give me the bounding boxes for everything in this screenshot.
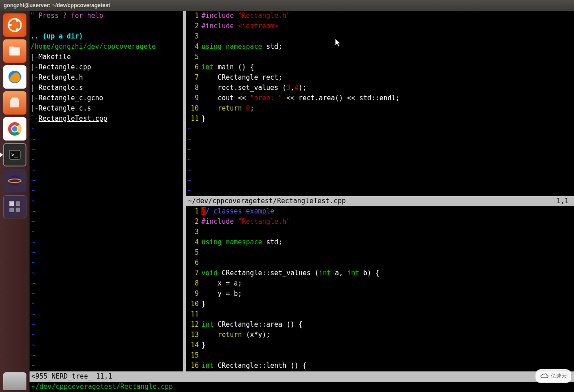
line-number: 7	[186, 268, 201, 278]
editor-pane-bottom[interactable]: 1// classes example2#include "Rectangle.…	[186, 206, 574, 371]
svg-point-3	[16, 28, 19, 31]
chrome-icon[interactable]	[3, 117, 26, 141]
svg-rect-4	[9, 47, 20, 55]
code-line[interactable]: 3	[186, 31, 574, 42]
line-number: 12	[186, 320, 201, 330]
nerdtree-root-path[interactable]: /home/gongzhi/dev/cppcoveragete	[30, 42, 183, 52]
empty-line-tilde: ~	[30, 268, 183, 278]
code-line[interactable]: 17 return (x+y)*2;	[186, 371, 574, 371]
code-line[interactable]: 10}	[186, 299, 574, 309]
code-line[interactable]: 2#include <iostream>	[186, 21, 574, 31]
nerdtree-file[interactable]: `-RectangleTest.cpp	[30, 114, 183, 124]
line-number: 4	[186, 42, 201, 52]
svg-rect-18	[16, 201, 20, 206]
empty-line-tilde: ~	[30, 278, 183, 289]
empty-line-tilde: ~	[30, 217, 183, 227]
pane-statusline-top: ~/dev/cppcoveragetest/RectangleTest.cpp …	[186, 196, 574, 206]
code-line[interactable]: 11	[186, 309, 574, 320]
empty-line-tilde: ~	[30, 206, 183, 217]
window-title: gongzhi@userver: ~/dev/cppcoveragetest	[4, 0, 110, 11]
empty-line-tilde: ~	[30, 309, 183, 320]
vertical-split[interactable]	[183, 11, 186, 371]
line-number: 2	[186, 217, 201, 227]
editor-pane-top[interactable]: 1#include "Rectangle.h"2#include <iostre…	[186, 11, 574, 196]
code-line[interactable]: 5	[186, 247, 574, 258]
vim-commandline[interactable]: ~/dev/cppcoveragetest/Rectangle.cpp	[30, 382, 574, 392]
code-line[interactable]: 8 rect.set_values (3,4);	[186, 83, 574, 93]
code-line[interactable]: 8 x = a;	[186, 278, 574, 289]
empty-line-tilde: ~	[186, 134, 574, 145]
code-line[interactable]: 4using namespace std;	[186, 42, 574, 52]
nerdtree-help: " Press ? for help	[30, 11, 183, 21]
svg-rect-5	[9, 47, 14, 48]
line-number: 3	[186, 31, 201, 42]
nerdtree-file[interactable]: |-Makefile	[30, 52, 183, 62]
empty-line-tilde: ~	[30, 227, 183, 237]
line-number: 3	[186, 227, 201, 237]
empty-line-tilde: ~	[30, 186, 183, 196]
nerdtree-file[interactable]: |-Rectangle.s	[30, 83, 183, 93]
empty-line-tilde: ~	[30, 320, 183, 330]
line-number: 11	[186, 309, 201, 320]
code-line[interactable]: 9 y = b;	[186, 289, 574, 299]
code-line[interactable]: 12int CRectangle::area () {	[186, 320, 574, 330]
code-line[interactable]: 1#include "Rectangle.h"	[186, 11, 574, 21]
line-number: 16	[186, 361, 201, 371]
code-line[interactable]: 15	[186, 350, 574, 361]
empty-line-tilde: ~	[30, 299, 183, 309]
line-number: 8	[186, 83, 201, 93]
empty-line-tilde: ~	[30, 330, 183, 340]
code-line[interactable]: 3	[186, 227, 574, 237]
line-number: 14	[186, 340, 201, 350]
nerdtree-updir[interactable]: .. (up a dir)	[30, 31, 183, 42]
pane-top-cursor: 1,1	[557, 196, 572, 206]
empty-line-tilde: ~	[186, 186, 574, 196]
code-line[interactable]: 5	[186, 52, 574, 62]
line-number: 10	[186, 103, 201, 114]
empty-line-tilde: ~	[30, 289, 183, 299]
trash-icon[interactable]	[3, 372, 26, 390]
empty-line-tilde: ~	[30, 350, 183, 361]
code-line[interactable]: 16int CRectangle::lenth () {	[186, 361, 574, 371]
line-number: 5	[186, 52, 201, 62]
dash-icon[interactable]	[3, 13, 26, 37]
empty-line-tilde: ~	[30, 371, 183, 371]
commandline-path: ~/dev/cppcoveragetest/Rectangle.cpp	[31, 382, 173, 392]
code-line[interactable]: 14}	[186, 340, 574, 350]
empty-line-tilde: ~	[30, 258, 183, 268]
nerdtree-statusline: <955_NERD_tree_ 11,1 全部	[30, 371, 574, 382]
code-line[interactable]: 6int main () {	[186, 62, 574, 72]
line-number: 6	[186, 62, 201, 72]
pane-top-filepath: ~/dev/cppcoveragetest/RectangleTest.cpp	[188, 196, 346, 206]
line-number: 17	[186, 371, 201, 371]
code-line[interactable]: 6	[186, 258, 574, 268]
code-line[interactable]: 11}	[186, 114, 574, 124]
files-icon[interactable]	[3, 39, 26, 63]
code-line[interactable]: 7 CRectangle rect;	[186, 72, 574, 83]
firefox-icon[interactable]	[3, 65, 26, 89]
nerdtree-pane[interactable]: " Press ? for help .. (up a dir)/home/go…	[30, 11, 183, 371]
vim-editor: " Press ? for help .. (up a dir)/home/go…	[30, 11, 574, 392]
empty-line-tilde: ~	[30, 196, 183, 206]
line-number: 6	[186, 258, 201, 268]
svg-rect-17	[9, 201, 14, 206]
code-line[interactable]: 2#include "Rectangle.h"	[186, 217, 574, 227]
svg-point-15	[9, 175, 20, 186]
terminal-icon[interactable]: >_	[3, 143, 26, 166]
line-number: 15	[186, 350, 201, 361]
empty-line-tilde: ~	[30, 361, 183, 371]
code-line[interactable]: 4using namespace std;	[186, 237, 574, 247]
nerdtree-file[interactable]: |-Rectangle.cpp	[30, 62, 183, 72]
software-center-icon[interactable]	[3, 91, 26, 115]
nerdtree-file[interactable]: |-Rectangle_c.s	[30, 103, 183, 114]
eclipse-icon[interactable]	[3, 169, 26, 192]
workspace-switcher-icon[interactable]	[3, 195, 26, 218]
nerdtree-file[interactable]: |-Rectangle_c.gcno	[30, 93, 183, 103]
code-line[interactable]: 13 return (x*y);	[186, 330, 574, 340]
empty-line-tilde: ~	[186, 124, 574, 134]
code-line[interactable]: 9 cout << "area: " << rect.area() << std…	[186, 93, 574, 103]
nerdtree-file[interactable]: |-Rectangle.h	[30, 72, 183, 83]
code-line[interactable]: 1// classes example	[186, 206, 574, 217]
code-line[interactable]: 10 return 0;	[186, 103, 574, 114]
code-line[interactable]: 7void CRectangle::set_values (int a, int…	[186, 268, 574, 278]
